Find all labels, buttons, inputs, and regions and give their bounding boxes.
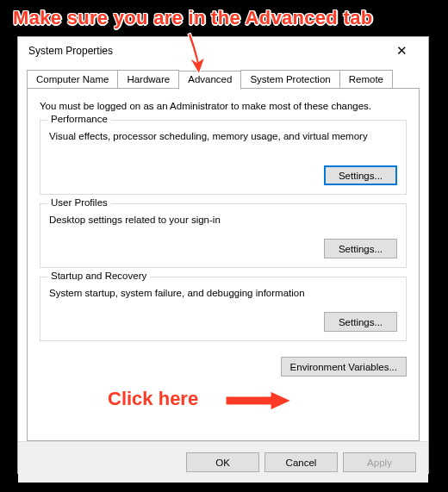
close-icon: ✕ (396, 43, 408, 59)
tab-computer-name[interactable]: Computer Name (27, 70, 118, 88)
groupbox-user-profiles: User Profiles Desktop settings related t… (40, 203, 407, 268)
cancel-button[interactable]: Cancel (264, 452, 338, 472)
groupbox-user-profiles-desc: Desktop settings related to your sign-in (49, 215, 397, 225)
close-button[interactable]: ✕ (383, 38, 421, 64)
groupbox-performance-desc: Visual effects, processor scheduling, me… (49, 131, 397, 141)
annotation-bottom-text: Click here (108, 388, 198, 410)
groupbox-startup-recovery: Startup and Recovery System startup, sys… (40, 277, 407, 341)
annotation-top-text: Make sure you are in the Advanced tab (13, 7, 372, 29)
tabs-container: Computer Name Hardware Advanced System P… (18, 65, 428, 441)
env-variables-row: Environment Variables... (40, 357, 407, 377)
environment-variables-button[interactable]: Environment Variables... (281, 357, 407, 377)
groupbox-user-profiles-title: User Profiles (47, 197, 111, 208)
tab-hardware[interactable]: Hardware (117, 70, 179, 88)
apply-button[interactable]: Apply (343, 452, 416, 472)
arrow-right-icon (224, 389, 293, 412)
groupbox-performance-title: Performance (47, 114, 111, 124)
tab-system-protection[interactable]: System Protection (240, 70, 339, 88)
tab-row: Computer Name Hardware Advanced System P… (27, 70, 420, 88)
performance-settings-button[interactable]: Settings... (324, 165, 397, 185)
tab-content-advanced: You must be logged on as an Administrato… (27, 88, 420, 441)
tab-remote[interactable]: Remote (339, 70, 393, 88)
groupbox-performance: Performance Visual effects, processor sc… (40, 120, 407, 195)
ok-button[interactable]: OK (186, 452, 259, 472)
groupbox-startup-desc: System startup, system failure, and debu… (49, 288, 397, 298)
titlebar: System Properties ✕ (18, 37, 428, 65)
system-properties-dialog: System Properties ✕ Computer Name Hardwa… (17, 36, 429, 474)
arrow-down-icon (181, 33, 215, 76)
startup-settings-button[interactable]: Settings... (324, 312, 397, 332)
user-profiles-settings-button[interactable]: Settings... (324, 239, 397, 258)
intro-text: You must be logged on as an Administrato… (40, 101, 407, 111)
dialog-footer: OK Cancel Apply (18, 441, 428, 483)
groupbox-startup-title: Startup and Recovery (47, 271, 150, 281)
